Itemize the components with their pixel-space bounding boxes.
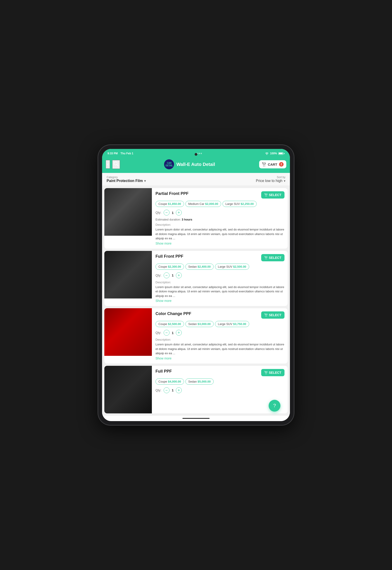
battery-percent: 100% <box>270 152 277 155</box>
qty-increment-full-ppf[interactable]: + <box>176 387 182 393</box>
desc-label-color-change-ppf: Description: <box>155 338 284 341</box>
qty-row-full-front-ppf: Qty: − 1 + <box>155 272 284 278</box>
qty-label: Qty: <box>155 273 161 277</box>
select-button-color-change-ppf[interactable]: SELECT <box>261 311 284 319</box>
qty-increment-partial-front-ppf[interactable]: + <box>176 210 182 216</box>
sort-chevron-icon: ▾ <box>284 179 285 183</box>
qty-value-full-front-ppf: 1 <box>172 273 174 277</box>
cart-select-icon <box>264 371 267 374</box>
sort-value: Price low to high ▾ <box>256 179 285 183</box>
status-time: 9:33 PM <box>108 152 118 155</box>
qty-increment-color-change-ppf[interactable]: + <box>176 330 182 336</box>
show-more-full-front-ppf[interactable]: Show more <box>155 299 171 302</box>
cart-button[interactable]: CART 2 <box>259 160 286 168</box>
status-date: Thu Feb 1 <box>120 152 133 155</box>
product-name-partial-front-ppf: Partial Front PPF <box>155 191 189 196</box>
price-tag-full-ppf-sedan[interactable]: Sedan $5,000.00 <box>185 378 214 385</box>
qty-row-full-ppf: Qty: − 1 + <box>155 387 284 393</box>
search-button[interactable] <box>112 160 120 169</box>
price-tag-full-front-ppf-coupe[interactable]: Coupe $2,300.00 <box>155 264 184 270</box>
cart-select-icon <box>264 256 267 259</box>
svg-point-4 <box>265 196 266 196</box>
qty-increment-full-front-ppf[interactable]: + <box>176 272 182 278</box>
product-name-color-change-ppf: Color Change PPF <box>155 311 191 316</box>
category-filter[interactable]: Category Paint Protection Film ▾ <box>107 176 256 183</box>
select-button-full-ppf[interactable]: SELECT <box>261 369 284 376</box>
select-button-full-front-ppf[interactable]: SELECT <box>261 254 284 261</box>
duration-row-partial-front-ppf: Estimated duration: 3 hours <box>155 218 284 221</box>
svg-point-6 <box>265 259 266 259</box>
price-tag-color-change-ppf-coupe[interactable]: Coupe $2,500.00 <box>155 321 184 327</box>
price-tag-full-front-ppf-large-suv[interactable]: Large SUV $2,500.00 <box>215 264 249 270</box>
category-value: Paint Protection Film ▾ <box>107 179 256 183</box>
qty-decrement-full-front-ppf[interactable]: − <box>164 272 169 278</box>
duration-value-partial-front-ppf: 3 hours <box>182 218 192 221</box>
filter-bar: Category Paint Protection Film ▾ Sort by… <box>102 173 290 186</box>
product-header-full-front-ppf: Full Front PPFSELECT <box>155 254 284 261</box>
cart-select-icon <box>264 314 267 317</box>
desc-label-full-front-ppf: Description: <box>155 281 284 284</box>
product-name-full-front-ppf: Full Front PPF <box>155 254 183 259</box>
desc-text-full-front-ppf: Lorem ipsum dolor sit amet, consectetur … <box>155 285 284 298</box>
svg-point-2 <box>263 166 264 166</box>
category-chevron-icon: ▾ <box>144 179 146 183</box>
price-tags-full-ppf: Coupe $4,000.00Sedan $5,000.00 <box>155 378 284 385</box>
desc-label-partial-front-ppf: Description: <box>155 223 284 226</box>
cart-label: CART <box>268 163 277 166</box>
price-tag-full-front-ppf-sedan[interactable]: Sedan $2,400.00 <box>185 264 214 270</box>
price-tag-partial-front-ppf-large-suv[interactable]: Large SUV $2,250.00 <box>223 201 257 207</box>
battery-icon <box>278 152 284 155</box>
product-card-color-change-ppf: Color Change PPFSELECTCoupe $2,500.00Sed… <box>104 308 288 363</box>
product-header-full-ppf: Full PPFSELECT <box>155 369 284 376</box>
bottom-bar <box>102 416 290 421</box>
product-name-full-ppf: Full PPF <box>155 369 172 374</box>
svg-point-9 <box>266 316 267 317</box>
qty-value-color-change-ppf: 1 <box>172 331 174 335</box>
qty-label: Qty: <box>155 211 161 214</box>
qty-decrement-color-change-ppf[interactable]: − <box>164 330 169 336</box>
qty-value-full-ppf: 1 <box>172 388 174 392</box>
qty-value-partial-front-ppf: 1 <box>172 211 174 215</box>
qty-row-color-change-ppf: Qty: − 1 + <box>155 330 284 336</box>
help-fab[interactable]: ? <box>269 400 280 412</box>
brand-name: Wall-E Auto Detail <box>176 162 215 167</box>
price-tag-full-ppf-coupe[interactable]: Coupe $4,000.00 <box>155 378 184 385</box>
product-header-partial-front-ppf: Partial Front PPFSELECT <box>155 191 284 198</box>
product-card-partial-front-ppf: Partial Front PPFSELECTCoupe $1,850.00Me… <box>104 188 288 249</box>
price-tag-partial-front-ppf-coupe[interactable]: Coupe $1,850.00 <box>155 201 184 207</box>
cart-icon <box>262 162 266 166</box>
price-tag-color-change-ppf-large-suv[interactable]: Large SUV $3,750.00 <box>215 321 249 327</box>
price-tags-full-front-ppf: Coupe $2,300.00Sedan $2,400.00Large SUV … <box>155 264 284 270</box>
qty-decrement-full-ppf[interactable]: − <box>164 387 169 393</box>
desc-text-color-change-ppf: Lorem ipsum dolor sit amet, consectetur … <box>155 342 284 356</box>
price-tags-partial-front-ppf: Coupe $1,850.00Medium Car $2,000.00Large… <box>155 201 284 207</box>
back-button[interactable]: ‹ <box>106 160 110 169</box>
desc-text-partial-front-ppf: Lorem ipsum dolor sit amet, consectetur … <box>155 227 284 241</box>
show-more-color-change-ppf[interactable]: Show more <box>155 357 171 360</box>
product-card-full-front-ppf: Full Front PPFSELECTCoupe $2,300.00Sedan… <box>104 251 288 306</box>
product-image-partial-front-ppf <box>104 188 152 236</box>
svg-line-1 <box>117 165 118 166</box>
svg-point-5 <box>266 196 267 196</box>
product-image-full-ppf <box>104 366 152 413</box>
cart-badge: 2 <box>279 162 284 166</box>
price-tags-color-change-ppf: Coupe $2,500.00Sedan $3,000.00Large SUV … <box>155 321 284 327</box>
category-label: Category <box>107 176 256 179</box>
product-header-color-change-ppf: Color Change PPFSELECT <box>155 311 284 319</box>
svg-point-7 <box>266 259 267 259</box>
select-button-partial-front-ppf[interactable]: SELECT <box>261 191 284 198</box>
svg-point-10 <box>265 374 266 374</box>
qty-row-partial-front-ppf: Qty: − 1 + <box>155 210 284 216</box>
qty-decrement-partial-front-ppf[interactable]: − <box>164 210 169 216</box>
product-image-color-change-ppf <box>104 308 152 356</box>
price-tag-partial-front-ppf-medium-car[interactable]: Medium Car $2,000.00 <box>185 201 221 207</box>
wifi-icon <box>265 152 269 155</box>
brand-logo: CAR DETAIL <box>164 159 174 169</box>
product-list: Partial Front PPFSELECTCoupe $1,850.00Me… <box>102 186 290 416</box>
sort-filter[interactable]: Sort by Price low to high ▾ <box>256 176 285 183</box>
qty-label: Qty: <box>155 389 161 392</box>
search-icon <box>114 161 119 166</box>
svg-point-11 <box>266 374 267 374</box>
show-more-partial-front-ppf[interactable]: Show more <box>155 242 171 245</box>
price-tag-color-change-ppf-sedan[interactable]: Sedan $3,000.00 <box>185 321 214 327</box>
